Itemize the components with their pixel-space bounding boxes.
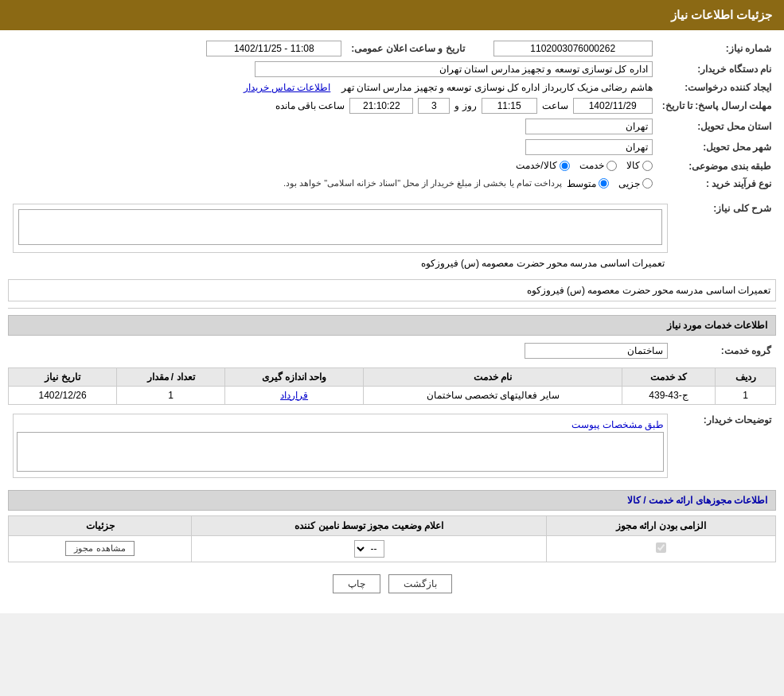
table-row: 1 ج-43-439 سایر فعالیتهای تخصصی ساختمان … (9, 386, 776, 404)
permit-select[interactable]: -- (354, 540, 384, 558)
towzihat-textarea[interactable] (17, 432, 664, 472)
back-button[interactable]: بازگشت (388, 574, 452, 593)
radio-jezvi: جزیی (618, 178, 653, 189)
ostan-value: تهران (525, 119, 653, 134)
ostan-label: استان محل تحویل: (657, 116, 776, 137)
mohlat-saat2: 21:10:22 (349, 98, 413, 114)
nofarayand-radio-group: جزیی متوسط (567, 178, 653, 189)
services-section-header: اطلاعات خدمات مورد نیاز (8, 315, 776, 336)
grohe-label: گروه خدمت: (673, 340, 776, 361)
mohlat-baki-label: ساعت باقی مانده (275, 100, 345, 111)
cell-name: سایر فعالیتهای تخصصی ساختمان (364, 386, 622, 404)
permit-checkbox (656, 542, 666, 553)
radio-mottavasset-input[interactable] (599, 178, 609, 189)
sharh-label: شرح کلی نیاز: (673, 198, 776, 273)
permit-vaziat: -- (192, 535, 547, 562)
radio-mottavasset-label: متوسط (567, 178, 596, 189)
permit-col-joziat: جزئیات (9, 515, 192, 535)
ijevad-value: هاشم رضائی مزیک کاربرداز اداره کل نوسازی… (341, 82, 653, 93)
view-permit-button[interactable]: مشاهده مجوز (65, 541, 134, 556)
cell-kod: ج-43-439 (622, 386, 715, 404)
list-item: -- مشاهده مجوز (9, 535, 776, 562)
shomara-niaz-value: 1102003076000262 (493, 41, 653, 56)
sharh-container (13, 204, 668, 253)
radio-khedmat-input[interactable] (607, 161, 617, 171)
tabagheh-label: طبقه بندی موضوعی: (657, 157, 776, 176)
sharh-display: تعمیرات اساسی مدرسه محور حضرت معصومه (س)… (13, 256, 668, 270)
col-name: نام خدمت (364, 367, 622, 386)
sharh-table: شرح کلی نیاز: تعمیرات اساسی مدرسه محور ح… (8, 198, 776, 273)
towzihat-table: توضیحات خریدار: طبق مشخصات پیوست (8, 411, 776, 480)
radio-kala-input[interactable] (642, 161, 653, 171)
namdastgah-label: نام دستگاه خریدار: (657, 59, 776, 80)
grohe-value: ساختمان (525, 343, 668, 359)
services-table: ردیف کد خدمت نام خدمت واحد اندازه گیری ت… (8, 367, 776, 405)
cell-tedad: 1 (117, 386, 225, 404)
col-kod: کد خدمت (622, 367, 715, 386)
shahr-value: تهران (525, 139, 653, 155)
permit-joziat: مشاهده مجوز (9, 535, 192, 562)
radio-jezvi-input[interactable] (642, 178, 653, 189)
mohlat-date: 1402/11/29 (573, 98, 653, 114)
radio-khedmat: خدمت (579, 160, 617, 171)
mohlat-saat-label: ساعت (542, 100, 568, 111)
cell-vahed[interactable]: قرارداد (224, 386, 363, 404)
permit-col-vaziat: اعلام وضعیت مجوز توسط نامین کننده (192, 515, 547, 535)
mohlat-roz-label: روز و (454, 100, 476, 111)
sharh-text: تعمیرات اساسی مدرسه محور حضرت معصومه (س)… (527, 285, 770, 296)
info-table: شماره نیاز: 1102003076000262 تاریخ و ساع… (8, 38, 776, 192)
shahr-label: شهر محل تحویل: (657, 137, 776, 157)
mohlat-label: مهلت ارسال پاسخ: تا تاریخ: (657, 95, 776, 116)
mohlat-saat: 11:15 (482, 98, 537, 114)
radio-kala-khedmat-label: کالا/خدمت (516, 160, 556, 171)
shomara-niaz-label: شماره نیاز: (657, 38, 776, 59)
towzihat-label: توضیحات خریدار: (673, 411, 776, 480)
col-tedad: تعداد / مقدار (117, 367, 225, 386)
permit-table: الزامی بودن ارائه مجوز اعلام وضعیت مجوز … (8, 515, 776, 562)
radio-kala: کالا (626, 160, 653, 171)
cell-tarikh: 1402/12/26 (9, 386, 117, 404)
permits-section-header: اطلاعات مجوزهای ارائه خدمت / کالا (8, 490, 776, 511)
radio-kala-khedmat: کالا/خدمت (516, 160, 569, 171)
mohlat-roz: 3 (418, 98, 450, 114)
radio-kala-khedmat-input[interactable] (560, 161, 570, 171)
radio-jezvi-label: جزیی (618, 178, 640, 189)
ijevad-label: ایجاد کننده درخواست: (657, 80, 776, 95)
col-radif: ردیف (716, 367, 776, 386)
radio-khedmat-label: خدمت (579, 160, 604, 171)
tarikh-label: تاریخ و ساعت اعلان عمومی: (346, 38, 488, 59)
nofarayand-note: پرداخت تمام یا بخشی از مبلغ خریدار از مح… (283, 178, 562, 189)
tabagheh-radio-group: کالا خدمت کالا/خدمت (516, 160, 652, 171)
page-header: جزئیات اطلاعات نیاز (0, 0, 784, 30)
page-title: جزئیات اطلاعات نیاز (671, 8, 772, 21)
tarikh-value: 1402/11/25 - 11:08 (206, 41, 341, 56)
footer-buttons: بازگشت چاپ (8, 562, 776, 605)
sharh-box: تعمیرات اساسی مدرسه محور حضرت معصومه (س)… (8, 279, 776, 301)
col-vahed: واحد اندازه گیری (224, 367, 363, 386)
permit-elzami (547, 535, 776, 562)
permit-col-elzami: الزامی بودن ارائه مجوز (547, 515, 776, 535)
cell-radif: 1 (716, 386, 776, 404)
ijevad-contact-link[interactable]: اطلاعات تماس خریدار (244, 82, 331, 93)
nofarayand-label: نوع فرآیند خرید : (657, 176, 776, 192)
radio-kala-label: کالا (626, 160, 640, 171)
namdastgah-value: اداره کل توسازی توسعه و تجهیز مدارس استا… (255, 61, 653, 77)
radio-mottavasset: متوسط (567, 178, 609, 189)
sharh-textarea[interactable] (18, 209, 662, 245)
col-tarikh: تاریخ نیاز (9, 367, 117, 386)
print-button[interactable]: چاپ (333, 574, 380, 593)
towzihat-link: طبق مشخصات پیوست (17, 418, 664, 432)
grohe-table: گروه خدمت: ساختمان (8, 340, 776, 361)
